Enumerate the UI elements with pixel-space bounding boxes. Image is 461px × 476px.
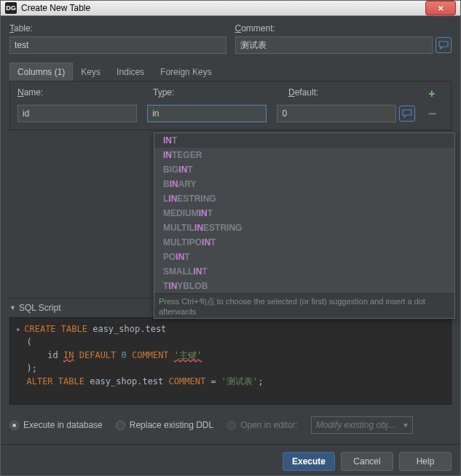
autocomplete-item[interactable]: INTEGER bbox=[154, 148, 454, 162]
tabs: Columns (1) Keys Indices Foreign Keys bbox=[9, 63, 452, 82]
titlebar: DG Create New Table ✕ bbox=[1, 1, 460, 16]
column-default-input[interactable] bbox=[277, 105, 396, 122]
col-default-label: Default: bbox=[288, 87, 414, 98]
close-button[interactable]: ✕ bbox=[425, 1, 456, 15]
autocomplete-item[interactable]: BINARY bbox=[154, 177, 454, 191]
sql-preview[interactable]: ▸CREATE TABLE easy_shop.test ( id IN DEF… bbox=[9, 317, 452, 405]
autocomplete-item[interactable]: MEDIUMINT bbox=[154, 206, 454, 221]
add-column-button[interactable]: + bbox=[428, 87, 435, 100]
autocomplete-item[interactable]: POINT bbox=[154, 250, 454, 264]
column-name-input[interactable] bbox=[17, 105, 137, 122]
dialog-window: DG Create New Table ✕ Table: Comment: bbox=[0, 0, 461, 476]
column-type-input[interactable] bbox=[147, 105, 267, 122]
default-speech-icon[interactable] bbox=[399, 106, 415, 122]
autocomplete-item[interactable]: LINESTRING bbox=[154, 191, 454, 206]
tab-columns[interactable]: Columns (1) bbox=[9, 63, 73, 81]
tab-foreign-keys[interactable]: Foreign Keys bbox=[152, 63, 220, 81]
tab-keys[interactable]: Keys bbox=[73, 63, 109, 81]
table-label: Table: bbox=[9, 23, 226, 33]
columns-panel: Name: Type: Default: + bbox=[9, 82, 452, 130]
col-name-label: Name: bbox=[17, 87, 147, 98]
comment-input[interactable] bbox=[235, 36, 433, 54]
execute-button[interactable]: Execute bbox=[283, 452, 335, 471]
radio-dot-icon bbox=[226, 421, 236, 430]
app-icon: DG bbox=[5, 2, 17, 14]
comment-speech-icon[interactable] bbox=[436, 37, 452, 53]
window-title: Create New Table bbox=[21, 3, 90, 13]
radio-dot-icon bbox=[116, 421, 125, 430]
window-controls: ✕ bbox=[425, 1, 456, 15]
autocomplete-item[interactable]: TINYBLOB bbox=[154, 279, 454, 293]
autocomplete-hint: Press Ctrl+句点 to choose the selected (or… bbox=[154, 293, 454, 318]
radio-replace-ddl[interactable]: Replace existing DDL bbox=[116, 420, 213, 430]
dialog-footer: Execute Cancel Help bbox=[1, 444, 460, 476]
autocomplete-popup: INTINTEGERBIGINTBINARYLINESTRINGMEDIUMIN… bbox=[154, 132, 455, 319]
autocomplete-item[interactable]: MULTIPOINT bbox=[154, 235, 454, 250]
close-icon: ✕ bbox=[438, 4, 444, 12]
options-row: Execute in database Replace existing DDL… bbox=[9, 413, 452, 437]
dialog-content: Table: Comment: Columns (1) Keys Indices… bbox=[1, 16, 460, 444]
autocomplete-item[interactable]: MULTILINESTRING bbox=[154, 221, 454, 235]
sql-script-label: SQL Script bbox=[19, 303, 61, 313]
radio-execute-db[interactable]: Execute in database bbox=[9, 420, 103, 430]
radio-open-editor[interactable]: Open in editor: bbox=[226, 420, 298, 430]
help-button[interactable]: Help bbox=[399, 452, 452, 471]
autocomplete-item[interactable]: SMALLINT bbox=[154, 264, 454, 279]
modify-existing-dropdown[interactable]: Modify existing obj… ▾ bbox=[311, 416, 413, 434]
collapse-arrow-icon: ▼ bbox=[9, 304, 16, 312]
col-type-label: Type: bbox=[153, 87, 283, 98]
autocomplete-item[interactable]: BIGINT bbox=[154, 162, 454, 177]
cancel-button[interactable]: Cancel bbox=[341, 452, 393, 471]
tab-indices[interactable]: Indices bbox=[109, 63, 152, 81]
autocomplete-item[interactable]: INT bbox=[154, 133, 454, 148]
radio-dot-icon bbox=[9, 421, 19, 430]
comment-label: Comment: bbox=[235, 23, 452, 33]
column-row: − bbox=[17, 105, 444, 122]
chevron-down-icon: ▾ bbox=[403, 420, 408, 430]
remove-column-button[interactable]: − bbox=[428, 111, 437, 116]
table-name-input[interactable] bbox=[9, 36, 226, 54]
